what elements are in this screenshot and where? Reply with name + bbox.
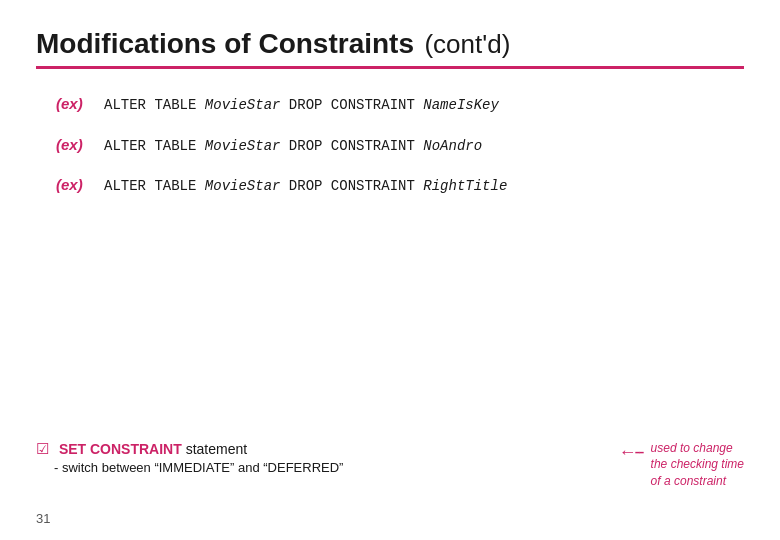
ex-label: (ex) (56, 134, 94, 155)
example-row: (ex)ALTER TABLE MovieStar DROP CONSTRAIN… (56, 134, 744, 157)
checkbox-icon: ☑ (36, 440, 49, 457)
arrow-note: ←-- used to change the checking time of … (619, 440, 744, 490)
ex-label: (ex) (56, 174, 94, 195)
example-row: (ex)ALTER TABLE MovieStar DROP CONSTRAIN… (56, 174, 744, 197)
slide-header: Modifications of Constraints (cont'd) (36, 28, 744, 60)
ex-code: ALTER TABLE MovieStar DROP CONSTRAINT Na… (104, 96, 499, 116)
set-constraint-rest: statement (186, 441, 247, 457)
note-line1: used to change (651, 440, 744, 457)
example-row: (ex)ALTER TABLE MovieStar DROP CONSTRAIN… (56, 93, 744, 116)
slide-subtitle: (cont'd) (424, 29, 510, 59)
ex-label: (ex) (56, 93, 94, 114)
page-number: 31 (36, 511, 50, 526)
note-text: used to change the checking time of a co… (651, 440, 744, 490)
slide: Modifications of Constraints (cont'd) (e… (0, 0, 780, 540)
switch-line: - switch between “IMMEDIATE” and “DEFERR… (36, 460, 343, 475)
ex-code: ALTER TABLE MovieStar DROP CONSTRAINT No… (104, 137, 482, 157)
note-line2: the checking time (651, 456, 744, 473)
set-constraint-keyword: SET CONSTRAINT (59, 441, 182, 457)
set-constraint-line1: ☑ SET CONSTRAINT statement (36, 440, 343, 458)
note-line3: of a constraint (651, 473, 744, 490)
footer-area: ☑ SET CONSTRAINT statement - switch betw… (36, 440, 744, 490)
ex-code: ALTER TABLE MovieStar DROP CONSTRAINT Ri… (104, 177, 507, 197)
examples-section: (ex)ALTER TABLE MovieStar DROP CONSTRAIN… (56, 93, 744, 197)
set-constraint-block: ☑ SET CONSTRAINT statement - switch betw… (36, 440, 343, 475)
slide-title: Modifications of Constraints (36, 28, 414, 59)
dashed-arrow-icon: ←-- (619, 442, 643, 463)
title-divider (36, 66, 744, 69)
